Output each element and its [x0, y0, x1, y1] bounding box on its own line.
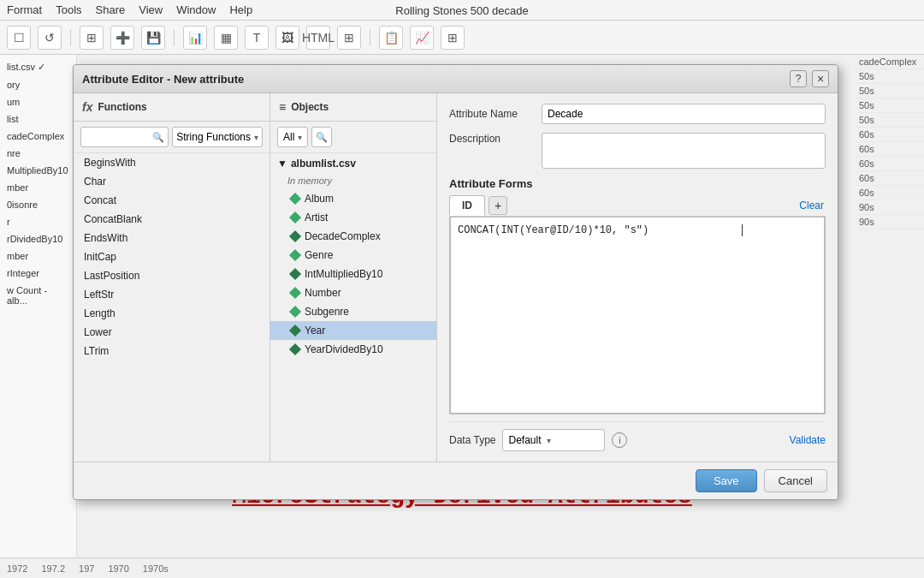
- diamond-icon-decadecomplex: [289, 230, 301, 242]
- sidebar-item-5[interactable]: nre: [0, 145, 76, 162]
- functions-search-box[interactable]: 🔍: [80, 127, 169, 147]
- toolbar-image-btn[interactable]: 🖼: [275, 26, 299, 50]
- function-beginswith[interactable]: BeginsWith: [74, 153, 270, 172]
- bottom-val-4: 1970s: [143, 563, 169, 574]
- sidebar-item-9[interactable]: r: [0, 213, 76, 230]
- form-tab-id[interactable]: ID: [449, 195, 485, 216]
- dialog-close-button[interactable]: ×: [812, 70, 829, 87]
- toolbar-more-btn[interactable]: ⊞: [441, 26, 465, 50]
- sidebar-item-13[interactable]: w Count - alb...: [0, 282, 76, 309]
- tree-group-name: albumlist.csv: [291, 158, 356, 170]
- bg-col-60s-3: 60s: [856, 157, 924, 171]
- diamond-icon-year: [289, 325, 301, 337]
- menu-window[interactable]: Window: [176, 3, 216, 16]
- sidebar-item-7[interactable]: mber: [0, 179, 76, 196]
- function-leftstr[interactable]: LeftStr: [74, 285, 270, 304]
- tree-group-subtitle: In memory: [270, 174, 436, 189]
- objects-panel-header: ≡ Objects: [270, 93, 436, 122]
- save-button[interactable]: Save: [696, 469, 757, 492]
- menu-tools[interactable]: Tools: [56, 3, 81, 16]
- attribute-name-row: Attribute Name: [449, 104, 826, 124]
- attribute-desc-row: Description: [449, 133, 826, 169]
- diamond-icon-album: [289, 193, 301, 205]
- tree-group-header[interactable]: ▼ albumlist.csv: [270, 153, 436, 174]
- forms-add-button[interactable]: +: [489, 196, 507, 215]
- tree-item-intmultipliedby10[interactable]: IntMultipliedBy10: [270, 265, 436, 283]
- objects-filter-select[interactable]: All ▾: [277, 127, 308, 147]
- function-char[interactable]: Char: [74, 172, 270, 191]
- tree-item-subgenre[interactable]: Subgenre: [270, 302, 436, 321]
- data-type-select[interactable]: Default ▾: [502, 429, 605, 451]
- toolbar-grid-btn[interactable]: ▦: [214, 26, 238, 50]
- sidebar-item-1[interactable]: ory: [0, 76, 76, 93]
- objects-label: Objects: [291, 101, 329, 113]
- toolbar-add-btn[interactable]: ➕: [110, 26, 134, 50]
- function-ltrim[interactable]: LTrim: [74, 342, 270, 361]
- tree-item-artist[interactable]: Artist: [270, 208, 436, 227]
- tree-item-decadecomplex[interactable]: DecadeComplex: [270, 227, 436, 246]
- toolbar-import-btn[interactable]: ⊞: [80, 26, 104, 50]
- toolbar-chart-btn[interactable]: 📊: [183, 26, 207, 50]
- functions-label: Functions: [98, 101, 146, 113]
- toolbar-html-btn[interactable]: HTML: [306, 26, 330, 50]
- tree-item-yeardividedby10[interactable]: YearDividedBy10: [270, 340, 436, 359]
- toolbar-text-btn[interactable]: T: [245, 26, 269, 50]
- cursor-indicator: [742, 224, 743, 236]
- dialog-help-button[interactable]: ?: [790, 70, 807, 87]
- sidebar-item-12[interactable]: rInteger: [0, 265, 76, 282]
- sidebar-item-0[interactable]: list.csv ✓: [0, 58, 76, 76]
- sidebar-item-3[interactable]: list: [0, 110, 76, 128]
- fx-icon: fx: [82, 100, 92, 114]
- objects-search-button[interactable]: 🔍: [311, 127, 332, 147]
- attribute-desc-label: Description: [449, 133, 535, 145]
- diamond-icon-subgenre: [289, 306, 301, 318]
- menu-share[interactable]: Share: [96, 3, 126, 16]
- app-sidebar: list.csv ✓ ory um list cadeComplex nre M…: [0, 55, 77, 578]
- toolbar-new-btn[interactable]: ☐: [7, 26, 31, 50]
- sidebar-item-10[interactable]: rDividedBy10: [0, 230, 76, 247]
- chevron-down-icon: ▾: [254, 133, 258, 142]
- forms-clear-button[interactable]: Clear: [799, 200, 826, 212]
- attribute-name-input[interactable]: [542, 104, 826, 124]
- bg-col-50s-1: 50s: [856, 69, 924, 84]
- sidebar-item-2[interactable]: um: [0, 93, 76, 110]
- function-length[interactable]: Length: [74, 304, 270, 323]
- menu-format[interactable]: Format: [7, 3, 42, 16]
- filter-label: String Functions: [176, 131, 251, 143]
- sidebar-item-6[interactable]: MultipliedBy10: [0, 162, 76, 179]
- toolbar-refresh-btn[interactable]: ↺: [38, 26, 62, 50]
- tree-item-year[interactable]: Year: [270, 321, 436, 340]
- attribute-editor-dialog: Attribute Editor - New attribute ? × fx …: [73, 64, 838, 500]
- bg-col-50s-2: 50s: [856, 84, 924, 98]
- toolbar-widget-btn[interactable]: ⊞: [337, 26, 361, 50]
- validate-button[interactable]: Validate: [790, 434, 826, 446]
- tree-item-number[interactable]: Number: [270, 283, 436, 302]
- toolbar-copy-btn[interactable]: 📋: [379, 26, 403, 50]
- sidebar-item-4[interactable]: cadeComplex: [0, 128, 76, 145]
- formula-editor[interactable]: CONCAT(INT(Year@ID/10)*10, "s"): [450, 217, 825, 414]
- function-lower[interactable]: Lower: [74, 323, 270, 342]
- functions-search-input[interactable]: [86, 131, 163, 143]
- menu-view[interactable]: View: [139, 3, 163, 16]
- attribute-desc-input[interactable]: [542, 133, 826, 169]
- function-concat[interactable]: Concat: [74, 191, 270, 210]
- sidebar-item-11[interactable]: mber: [0, 247, 76, 265]
- function-concatblank[interactable]: ConcatBlank: [74, 210, 270, 229]
- function-lastposition[interactable]: LastPosition: [74, 266, 270, 285]
- sidebar-item-8[interactable]: 0isonre: [0, 196, 76, 213]
- toolbar-save-btn[interactable]: 💾: [141, 26, 165, 50]
- menu-help[interactable]: Help: [229, 3, 252, 16]
- functions-filter-dropdown[interactable]: String Functions ▾: [172, 127, 263, 147]
- info-icon[interactable]: i: [612, 432, 627, 448]
- attribute-panel: Attribute Name Description Attribute For…: [437, 93, 838, 462]
- tree-item-album[interactable]: Album: [270, 189, 436, 208]
- toolbar-sep-1: [70, 29, 71, 46]
- data-type-value: Default: [508, 434, 541, 446]
- function-initcap[interactable]: InitCap: [74, 247, 270, 266]
- diamond-icon-genre: [289, 249, 301, 261]
- function-endswith[interactable]: EndsWith: [74, 229, 270, 247]
- sidebar-items: list.csv ✓ ory um list cadeComplex nre M…: [0, 55, 76, 313]
- tree-item-genre[interactable]: Genre: [270, 246, 436, 265]
- cancel-button[interactable]: Cancel: [764, 469, 827, 492]
- toolbar-analytics-btn[interactable]: 📈: [410, 26, 434, 50]
